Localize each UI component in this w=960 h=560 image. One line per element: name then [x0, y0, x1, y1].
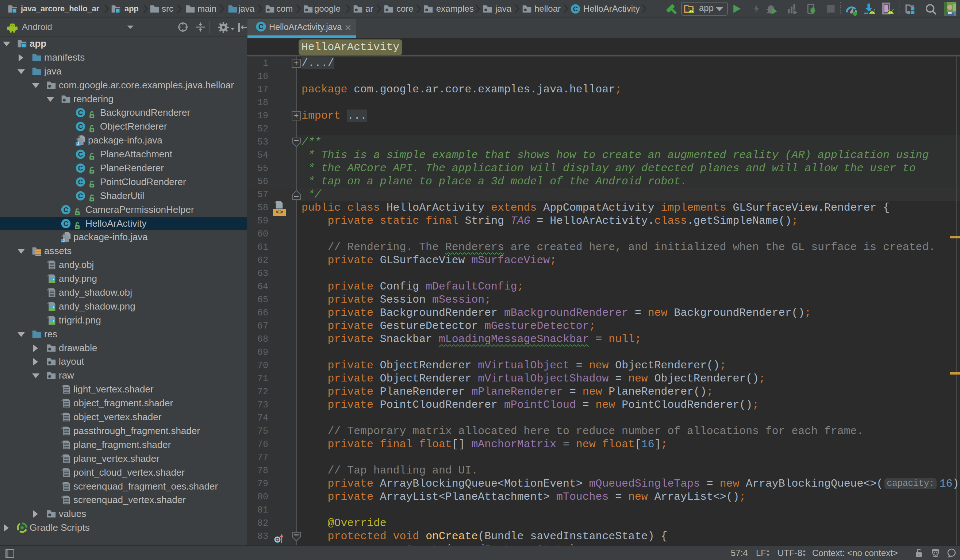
svg-text:C: C: [64, 206, 69, 214]
svg-text:J: J: [62, 238, 65, 242]
svg-text:T: T: [918, 553, 920, 557]
svg-text:C: C: [78, 178, 83, 186]
svg-text:J: J: [77, 142, 79, 146]
svg-text:C: C: [78, 164, 83, 172]
svg-text:C: C: [64, 220, 69, 227]
svg-text:C: C: [258, 22, 264, 30]
svg-text:C: C: [78, 150, 83, 158]
svg-text:C: C: [573, 5, 578, 13]
svg-text:C: C: [78, 192, 83, 200]
svg-text:C: C: [78, 123, 83, 130]
svg-text:C: C: [78, 109, 83, 117]
